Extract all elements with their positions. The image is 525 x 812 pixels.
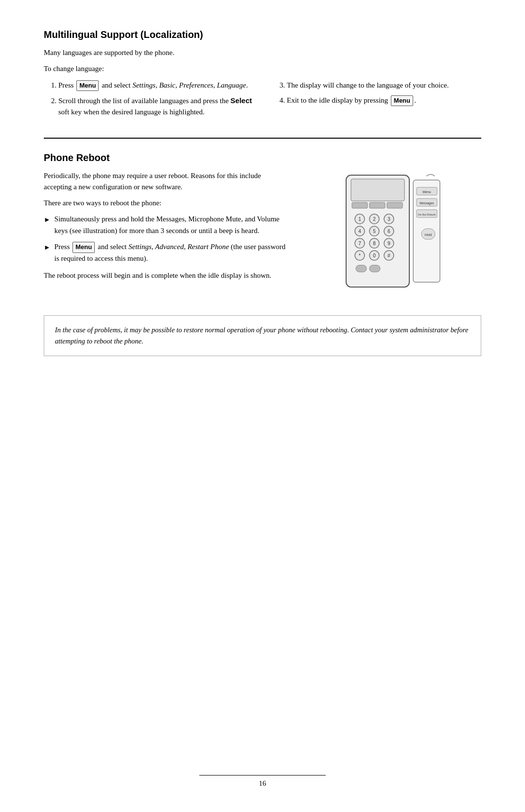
svg-text:8: 8 [373,241,376,246]
section1-step3: The display will change to the language … [287,80,481,91]
svg-rect-3 [369,202,385,208]
arrow-icon-1: ► [44,215,51,225]
svg-text:2: 2 [373,217,376,222]
reboot-bullets: ► Simultaneously press and hold the Mess… [44,214,289,264]
select-bold: Select [230,96,252,105]
svg-text:7: 7 [358,241,361,246]
step1-and-select: and select Settings, Basic, Preferences,… [102,81,248,89]
svg-text:0: 0 [373,253,376,258]
section1-ol-right: The display will change to the language … [287,80,481,107]
phone-text-column: Periodically, the phone may require a us… [44,170,289,302]
phone-illustration-column: 1 2 3 4 5 6 7 8 9 * 0 # [303,170,481,302]
note-box: In the case of problems, it may be possi… [44,315,481,356]
section1-intro1: Many languages are supported by the phon… [44,47,481,58]
svg-text:6: 6 [387,229,390,234]
svg-text:#: # [387,253,390,258]
svg-rect-29 [356,265,367,272]
arrow-icon-2: ► [44,242,51,253]
section2-title: Phone Reboot [44,152,481,163]
step4-menu-key: Menu [391,95,413,106]
section1-title: Multilingual Support (Localization) [44,29,481,40]
section-divider [44,138,481,139]
page-footer: 16 [0,775,525,788]
svg-text:*: * [359,253,361,258]
section1-intro2: To change language: [44,63,481,74]
svg-text:Hold: Hold [425,233,432,236]
svg-text:Do Not Disturb: Do Not Disturb [418,213,436,216]
bullet2-menu-key: Menu [72,242,95,253]
svg-rect-30 [369,265,380,272]
section1-step4: Exit to the idle display by pressing Men… [287,95,481,107]
section1-steps-right: The display will change to the language … [272,80,481,123]
svg-text:Messages: Messages [420,201,434,205]
section1-steps: Press Menu and select Settings, Basic, P… [44,80,481,123]
phone-reboot-content: Periodically, the phone may require a us… [44,170,481,302]
reboot-bullet2: ► Press Menu and select Settings, Advanc… [44,241,289,264]
svg-text:3: 3 [387,217,390,222]
svg-text:5: 5 [373,229,376,234]
page-number: 16 [259,779,266,788]
section2-para2: There are two ways to reboot the phone: [44,198,289,209]
svg-text:1: 1 [358,217,361,222]
svg-rect-4 [387,202,402,208]
bullet1-text: Simultaneously press and hold the Messag… [54,214,289,236]
step1-press: Press [58,81,75,89]
svg-text:9: 9 [387,241,390,246]
svg-text:Menu: Menu [422,190,431,194]
section1-step1: Press Menu and select Settings, Basic, P… [58,80,253,91]
section2-para1: Periodically, the phone may require a us… [44,170,289,193]
phone-illustration: 1 2 3 4 5 6 7 8 9 * 0 # [341,170,443,302]
section1-step2: Scroll through the list of available lan… [58,95,253,118]
step1-menu-key: Menu [76,80,99,91]
section1-ol-left: Press Menu and select Settings, Basic, P… [58,80,253,118]
svg-rect-2 [352,202,368,208]
svg-text:4: 4 [358,229,361,234]
svg-rect-1 [351,179,404,201]
note-text: In the case of problems, it may be possi… [55,326,468,345]
section2-para3: The reboot process will begin and is com… [44,270,289,281]
reboot-bullet1: ► Simultaneously press and hold the Mess… [44,214,289,236]
bullet2-text: Press Menu and select Settings, Advanced… [54,241,289,264]
section1-steps-left: Press Menu and select Settings, Basic, P… [44,80,253,123]
footer-line [199,775,326,776]
